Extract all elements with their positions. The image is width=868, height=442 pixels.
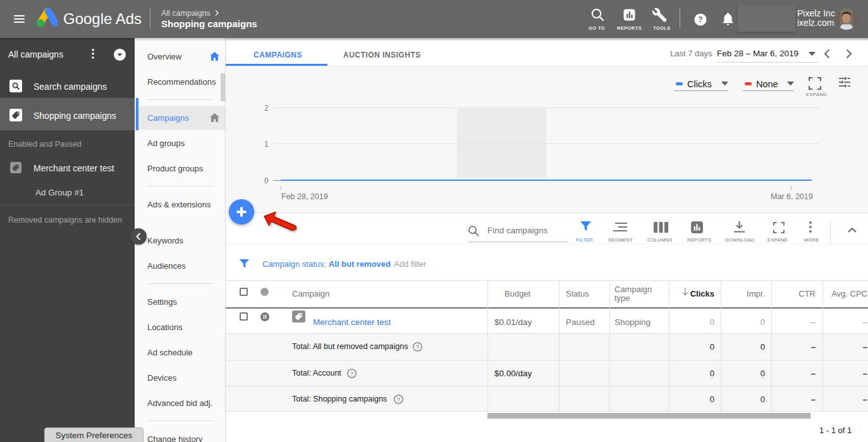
svg-text:?: ? xyxy=(698,15,702,24)
svg-text:?: ? xyxy=(397,396,400,403)
svg-text:?: ? xyxy=(416,343,419,350)
svg-text:?: ? xyxy=(350,370,353,377)
